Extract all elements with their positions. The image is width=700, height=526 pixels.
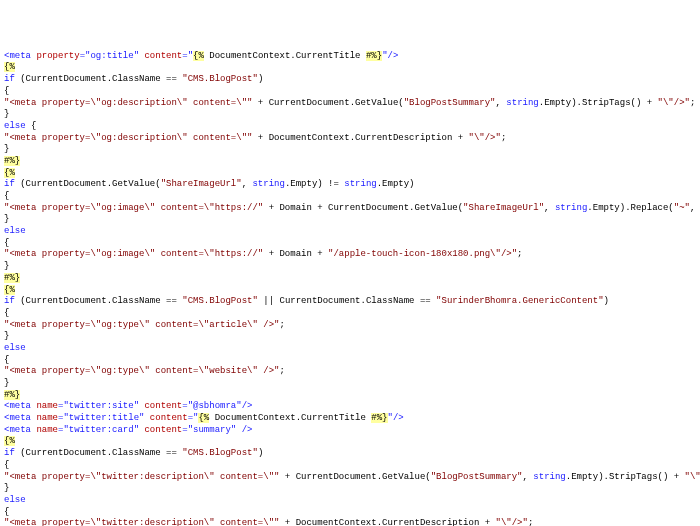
code-line: } — [4, 483, 696, 495]
code-token: { — [4, 460, 9, 470]
code-line: } — [4, 214, 696, 226]
code-token: if — [4, 296, 15, 306]
code-token: .Empty).StripTags() + — [539, 98, 658, 108]
code-token: "BlogPostSummary" — [431, 472, 523, 482]
code-token: { — [4, 86, 9, 96]
code-token: "@sbhomra" — [188, 401, 242, 411]
code-token: ; — [528, 518, 533, 526]
code-line: } — [4, 109, 696, 121]
code-token: } — [4, 378, 9, 388]
code-token: if — [4, 448, 15, 458]
code-token: || CurrentDocument.ClassName == — [258, 296, 436, 306]
code-line: if (CurrentDocument.ClassName == "CMS.Bl… — [4, 448, 696, 460]
code-token: <meta — [4, 401, 36, 411]
code-token: (CurrentDocument.ClassName == — [15, 74, 182, 84]
code-token: if — [4, 74, 15, 84]
code-token: .Empty) — [377, 179, 415, 189]
code-token: } — [4, 214, 9, 224]
code-token: ) — [258, 448, 263, 458]
code-token: string — [533, 472, 565, 482]
code-token: "<meta property=\"twitter:description\" … — [4, 472, 279, 482]
code-token: { — [4, 191, 9, 201]
code-token: } — [4, 331, 9, 341]
code-token: {% — [4, 436, 15, 446]
code-token: "\"/>" — [658, 98, 690, 108]
code-token: ; — [279, 366, 284, 376]
code-token: "<meta property=\"og:description\" conte… — [4, 133, 252, 143]
code-line: {% — [4, 168, 696, 180]
code-token: string — [506, 98, 538, 108]
code-token: "~" — [674, 203, 690, 213]
code-line: "<meta property=\"og:description\" conte… — [4, 133, 696, 145]
code-line: } — [4, 144, 696, 156]
code-token: /> — [242, 425, 253, 435]
code-token: if — [4, 179, 15, 189]
code-line: #%} — [4, 156, 696, 168]
code-line: {% — [4, 285, 696, 297]
code-line: if (CurrentDocument.ClassName == "CMS.Bl… — [4, 74, 696, 86]
code-token: "SurinderBhomra.GenericContent" — [436, 296, 603, 306]
code-line: "<meta property=\"og:type\" content=\"ar… — [4, 320, 696, 332]
code-token: DocumentContext.CurrentTitle — [209, 413, 371, 423]
code-line: { — [4, 238, 696, 250]
code-token: + CurrentDocument.GetValue( — [279, 472, 430, 482]
code-token: string — [344, 179, 376, 189]
code-token: "<meta property=\"og:type\" content=\"ar… — [4, 320, 279, 330]
code-token: {% — [4, 285, 15, 295]
code-line: #%} — [4, 273, 696, 285]
code-line: <meta name="twitter:card" content="summa… — [4, 425, 696, 437]
code-token: + DocumentContext.CurrentDescription + — [252, 133, 468, 143]
code-line: { — [4, 191, 696, 203]
code-token: #%} — [371, 413, 387, 423]
code-line: else — [4, 343, 696, 355]
code-token: + Domain + CurrentDocument.GetValue( — [263, 203, 463, 213]
code-token: { — [4, 355, 9, 365]
code-token: content — [144, 51, 182, 61]
code-token: <meta — [4, 425, 36, 435]
code-token: "twitter:title" — [63, 413, 149, 423]
code-token: content — [144, 401, 182, 411]
code-token: { — [4, 238, 9, 248]
code-line: { — [4, 86, 696, 98]
code-line: } — [4, 261, 696, 273]
code-line: { — [4, 308, 696, 320]
code-token: "<meta property=\"og:description\" conte… — [4, 98, 252, 108]
code-token: "og:title" — [85, 51, 144, 61]
code-token: } — [4, 483, 9, 493]
code-token: ) — [258, 74, 263, 84]
code-token: "summary" — [188, 425, 242, 435]
code-line: { — [4, 460, 696, 472]
code-line: if (CurrentDocument.GetValue("ShareImage… — [4, 179, 696, 191]
code-token: /> — [242, 401, 253, 411]
code-token: + Domain + — [263, 249, 328, 259]
code-token: "CMS.BlogPost" — [182, 448, 258, 458]
code-token: { — [4, 308, 9, 318]
code-token: {% — [193, 51, 204, 61]
code-token: , — [496, 98, 507, 108]
code-token: <meta — [4, 51, 36, 61]
code-block: <meta property="og:title" content="{% Do… — [4, 51, 696, 526]
code-line: "<meta property=\"og:image\" content=\"h… — [4, 203, 696, 215]
code-token: "<meta property=\"og:type\" content=\"we… — [4, 366, 279, 376]
code-token: #%} — [4, 390, 20, 400]
code-token: "\"/>" — [685, 472, 700, 482]
code-line: else — [4, 495, 696, 507]
code-token: } — [4, 261, 9, 271]
code-token: } — [4, 109, 9, 119]
code-token: {% — [4, 168, 15, 178]
code-token: DocumentContext.CurrentTitle — [204, 51, 366, 61]
code-token: ; — [517, 249, 522, 259]
code-line: "<meta property=\"og:image\" content=\"h… — [4, 249, 696, 261]
code-token: ; — [279, 320, 284, 330]
code-token: "twitter:card" — [63, 425, 144, 435]
code-token: content — [144, 425, 182, 435]
code-token: <meta — [4, 413, 36, 423]
code-line: { — [4, 507, 696, 519]
code-token: name — [36, 401, 58, 411]
code-line: } — [4, 378, 696, 390]
code-token: ; — [501, 133, 506, 143]
code-token: + DocumentContext.CurrentDescription + — [279, 518, 495, 526]
code-token: {% — [198, 413, 209, 423]
code-token: ) — [604, 296, 609, 306]
code-token: property — [36, 51, 79, 61]
